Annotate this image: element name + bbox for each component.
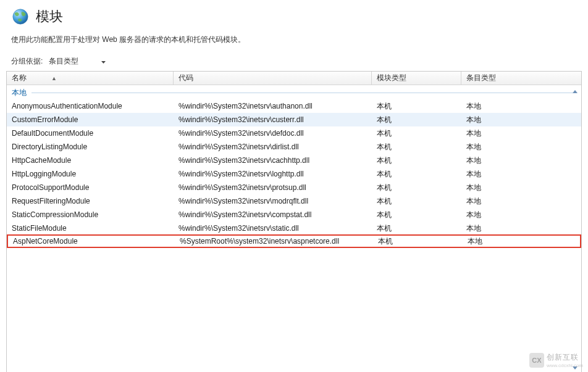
column-header-name-label: 名称 [12, 73, 27, 83]
cell-module-type: 本机 [372, 208, 461, 221]
cell-entry-type: 本地 [461, 140, 581, 154]
cell-code: %windir%\System32\inetsrv\dirlist.dll [174, 140, 372, 154]
cell-module-type: 本机 [372, 167, 461, 181]
cell-module-type: 本机 [372, 113, 461, 126]
cell-code: %windir%\System32\inetsrv\cachhttp.dll [174, 154, 372, 167]
column-header-module-type[interactable]: 模块类型 [372, 72, 461, 85]
cell-code: %windir%\System32\inetsrv\protsup.dll [174, 181, 372, 194]
table-row[interactable]: AnonymousAuthenticationModule%windir%\Sy… [7, 99, 581, 113]
table-row[interactable]: HttpLoggingModule%windir%\System32\inets… [7, 167, 581, 181]
cell-entry-type: 本地 [461, 126, 581, 140]
watermark-url: www.cdcxhl.com [547, 363, 583, 368]
table-row[interactable]: AspNetCoreModule%SystemRoot%\system32\in… [7, 234, 581, 248]
watermark-logo-icon: CX [529, 353, 544, 368]
cell-name: RequestFilteringModule [7, 194, 174, 208]
cell-entry-type: 本地 [461, 167, 581, 181]
cell-code: %windir%\System32\inetsrv\static.dll [174, 221, 372, 235]
cell-code: %windir%\System32\inetsrv\compstat.dll [174, 208, 372, 221]
cell-name: AspNetCoreModule [8, 236, 175, 247]
table-row[interactable]: DirectoryListingModule%windir%\System32\… [7, 140, 581, 154]
cell-name: DirectoryListingModule [7, 140, 174, 154]
cell-module-type: 本机 [372, 126, 461, 140]
cell-code: %SystemRoot%\system32\inetsrv\aspnetcore… [175, 236, 373, 247]
cell-entry-type: 本地 [461, 99, 581, 113]
modules-grid: 名称 ▲ 代码 模块类型 条目类型 本地 AnonymousAuthentica… [6, 71, 582, 372]
page-subtitle: 使用此功能配置用于处理对 Web 服务器的请求的本机和托管代码模块。 [0, 28, 588, 54]
cell-name: ProtocolSupportModule [7, 181, 174, 194]
cell-entry-type: 本地 [461, 208, 581, 221]
cell-entry-type: 本地 [461, 113, 581, 126]
dropdown-value: 条目类型 [49, 56, 78, 67]
iis-modules-page: 模块 使用此功能配置用于处理对 Web 服务器的请求的本机和托管代码模块。 分组… [0, 0, 588, 372]
sort-asc-icon: ▲ [51, 75, 57, 81]
column-header-code[interactable]: 代码 [174, 72, 372, 85]
cell-entry-type: 本地 [463, 236, 580, 247]
table-row[interactable]: StaticFileModule%windir%\System32\inetsr… [7, 221, 581, 235]
cell-name: StaticFileModule [7, 221, 174, 235]
cell-code: %windir%\System32\inetsrv\modrqflt.dll [174, 194, 372, 208]
cell-entry-type: 本地 [461, 221, 581, 235]
grid-body: AnonymousAuthenticationModule%windir%\Sy… [7, 99, 581, 248]
chevron-down-icon [101, 57, 106, 65]
cell-module-type: 本机 [372, 140, 461, 154]
table-row[interactable]: ProtocolSupportModule%windir%\System32\i… [7, 181, 581, 194]
cell-entry-type: 本地 [461, 194, 581, 208]
table-row[interactable]: StaticCompressionModule%windir%\System32… [7, 208, 581, 221]
cell-module-type: 本机 [372, 221, 461, 235]
cell-name: DefaultDocumentModule [7, 126, 174, 140]
svg-point-0 [13, 9, 28, 24]
cell-module-type: 本机 [373, 236, 463, 247]
cell-code: %windir%\System32\inetsrv\custerr.dll [174, 113, 372, 126]
column-header-code-label: 代码 [178, 73, 193, 83]
table-row[interactable]: CustomErrorModule%windir%\System32\inets… [7, 113, 581, 126]
watermark-logo-text: CX [532, 357, 541, 364]
cell-name: AnonymousAuthenticationModule [7, 99, 174, 113]
cell-module-type: 本机 [372, 99, 461, 113]
cell-module-type: 本机 [372, 181, 461, 194]
group-line [32, 93, 576, 93]
globe-icon [11, 7, 30, 26]
cell-entry-type: 本地 [461, 181, 581, 194]
cell-name: CustomErrorModule [7, 113, 174, 126]
grid-header-row: 名称 ▲ 代码 模块类型 条目类型 [7, 72, 581, 85]
table-row[interactable]: HttpCacheModule%windir%\System32\inetsrv… [7, 154, 581, 167]
watermark-text-block: 创新互联 www.cdcxhl.com [547, 352, 583, 368]
toolbar: 分组依据: 条目类型 [0, 54, 588, 71]
table-row[interactable]: DefaultDocumentModule%windir%\System32\i… [7, 126, 581, 140]
cell-module-type: 本机 [372, 154, 461, 167]
watermark: CX 创新互联 www.cdcxhl.com [529, 352, 583, 368]
group-by-dropdown[interactable]: 条目类型 [46, 55, 108, 67]
cell-name: StaticCompressionModule [7, 208, 174, 221]
cell-name: HttpCacheModule [7, 154, 174, 167]
cell-name: HttpLoggingModule [7, 167, 174, 181]
group-by-label: 分组依据: [11, 56, 43, 67]
group-label: 本地 [12, 88, 27, 98]
page-title: 模块 [36, 7, 63, 26]
cell-code: %windir%\System32\inetsrv\loghttp.dll [174, 167, 372, 181]
column-header-entry-type-label: 条目类型 [466, 73, 496, 83]
column-header-name[interactable]: 名称 ▲ [7, 72, 174, 85]
group-row-local[interactable]: 本地 [7, 85, 581, 99]
cell-code: %windir%\System32\inetsrv\authanon.dll [174, 99, 372, 113]
cell-code: %windir%\System32\inetsrv\defdoc.dll [174, 126, 372, 140]
cell-entry-type: 本地 [461, 154, 581, 167]
cell-module-type: 本机 [372, 194, 461, 208]
column-header-module-type-label: 模块类型 [377, 73, 406, 83]
column-header-entry-type[interactable]: 条目类型 [461, 72, 581, 85]
table-row[interactable]: RequestFilteringModule%windir%\System32\… [7, 194, 581, 208]
watermark-brand: 创新互联 [547, 353, 579, 362]
header: 模块 [0, 0, 588, 28]
scroll-up-button[interactable] [570, 86, 580, 96]
